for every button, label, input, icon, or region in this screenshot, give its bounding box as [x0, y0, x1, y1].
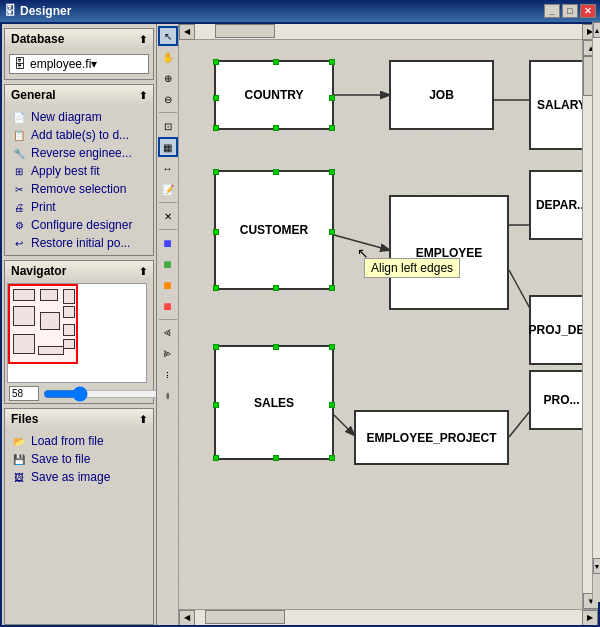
h-scroll-track2[interactable]	[195, 610, 582, 625]
table-salary-label: SALARY	[537, 98, 582, 112]
db-file: employee.fi▾	[30, 57, 97, 71]
general-collapse[interactable]: ⬆	[139, 90, 147, 101]
scroll-right2-btn[interactable]: ▶	[582, 610, 598, 626]
table-tool[interactable]: ▦	[158, 137, 178, 157]
canvas-main: ◀ ▶	[179, 24, 598, 625]
restore-initial-label: Restore initial po...	[31, 236, 130, 250]
scroll-left-btn[interactable]: ◀	[179, 24, 195, 40]
table-salary[interactable]: SALARY	[529, 60, 582, 150]
diagram-canvas[interactable]: COUNTRY JOB	[179, 40, 582, 609]
general-panel-header: General ⬆	[4, 84, 154, 105]
align-left-tool[interactable]: ⫷	[158, 323, 178, 343]
database-dropdown[interactable]: 🗄 employee.fi▾	[9, 54, 149, 74]
titlebar-left: 🗄 Designer	[4, 4, 71, 18]
print-label: Print	[31, 200, 56, 214]
reverse-engineer-icon: 🔧	[11, 146, 27, 160]
table-depar-label: DEPAR...	[536, 198, 582, 212]
general-label: General	[11, 88, 56, 102]
svg-line-1	[334, 235, 389, 250]
hand-tool[interactable]: ✋	[158, 47, 178, 67]
print-item[interactable]: 🖨 Print	[9, 198, 149, 216]
remove-selection-label: Remove selection	[31, 182, 126, 196]
apply-best-fit-icon: ⊞	[11, 164, 27, 178]
navigator-collapse[interactable]: ⬆	[139, 266, 147, 277]
h-scroll-thumb[interactable]	[215, 24, 275, 38]
table-employee[interactable]: EMPLOYEE	[389, 195, 509, 310]
align-top-tool[interactable]: ⫶	[158, 365, 178, 385]
content-area: ▲ ▼ Database ⬆ 🗄 employee.fi▾ General ⬆	[2, 24, 598, 625]
note-tool[interactable]: 📝	[158, 179, 178, 199]
files-collapse[interactable]: ⬆	[139, 414, 147, 425]
table-proj-dep-label: PROJ_DE...	[528, 323, 582, 337]
database-collapse[interactable]: ⬆	[139, 34, 147, 45]
apply-best-fit-label: Apply best fit	[31, 164, 100, 178]
save-as-image-icon: 🖼	[11, 470, 27, 484]
relation-tool[interactable]: ↔	[158, 158, 178, 178]
navigator-canvas[interactable]	[7, 283, 147, 383]
table-country[interactable]: COUNTRY	[214, 60, 334, 130]
fit-tool[interactable]: ⊡	[158, 116, 178, 136]
color4-tool[interactable]: ■	[158, 296, 178, 316]
canvas-and-vscroll: COUNTRY JOB	[179, 40, 598, 609]
minimize-button[interactable]: _	[544, 4, 560, 18]
reverse-engineer-item[interactable]: 🔧 Reverse enginee...	[9, 144, 149, 162]
h-scroll-thumb2[interactable]	[205, 610, 285, 624]
color3-tool[interactable]: ■	[158, 275, 178, 295]
configure-designer-item[interactable]: ⚙ Configure designer	[9, 216, 149, 234]
database-panel-header: Database ⬆	[4, 28, 154, 49]
save-as-image-item[interactable]: 🖼 Save as image	[9, 468, 149, 486]
table-proj-dep[interactable]: PROJ_DE...	[529, 295, 582, 365]
add-table-icon: 📋	[11, 128, 27, 142]
table-sales[interactable]: SALES	[214, 345, 334, 460]
configure-designer-icon: ⚙	[11, 218, 27, 232]
titlebar: 🗄 Designer _ □ ✕	[0, 0, 600, 22]
top-scrollbar[interactable]: ◀ ▶	[179, 24, 598, 40]
vertical-toolbar: ↖ ✋ ⊕ ⊖ ⊡ ▦ ↔ 📝 ✕ ■ ■ ■ ■ ⫷ ⫸ ⫶ ⫵	[157, 24, 179, 625]
zoom-slider[interactable]	[43, 388, 157, 400]
table-customer[interactable]: CUSTOMER	[214, 170, 334, 290]
toolbar-sep-2	[159, 202, 177, 203]
table-job-label: JOB	[429, 88, 454, 102]
table-country-label: COUNTRY	[245, 88, 304, 102]
h-scroll-track[interactable]	[195, 24, 582, 39]
save-to-file-item[interactable]: 💾 Save to file	[9, 450, 149, 468]
remove-selection-item[interactable]: ✂ Remove selection	[9, 180, 149, 198]
table-employee-project[interactable]: EMPLOYEE_PROJECT	[354, 410, 509, 465]
color2-tool[interactable]: ■	[158, 254, 178, 274]
close-button[interactable]: ✕	[580, 4, 596, 18]
save-to-file-icon: 💾	[11, 452, 27, 466]
toolbar-sep-4	[159, 319, 177, 320]
table-pro-label: PRO...	[543, 393, 579, 407]
bottom-scrollbar[interactable]: ◀ ▶	[179, 609, 598, 625]
zoom-bar: 58	[7, 386, 151, 401]
navigator-panel-header: Navigator ⬆	[4, 260, 154, 281]
table-pro[interactable]: PRO...	[529, 370, 582, 430]
new-diagram-icon: 📄	[11, 110, 27, 124]
align-right-tool[interactable]: ⫸	[158, 344, 178, 364]
sidebar: ▲ ▼ Database ⬆ 🗄 employee.fi▾ General ⬆	[2, 24, 157, 625]
print-icon: 🖨	[11, 200, 27, 214]
delete-tool[interactable]: ✕	[158, 206, 178, 226]
apply-best-fit-item[interactable]: ⊞ Apply best fit	[9, 162, 149, 180]
zoom-in-tool[interactable]: ⊕	[158, 68, 178, 88]
maximize-button[interactable]: □	[562, 4, 578, 18]
scroll-left2-btn[interactable]: ◀	[179, 610, 195, 626]
table-depar[interactable]: DEPAR...	[529, 170, 582, 240]
table-sales-label: SALES	[254, 396, 294, 410]
table-job[interactable]: JOB	[389, 60, 494, 130]
new-diagram-item[interactable]: 📄 New diagram	[9, 108, 149, 126]
zoom-out-tool[interactable]: ⊖	[158, 89, 178, 109]
titlebar-controls[interactable]: _ □ ✕	[544, 4, 596, 18]
reverse-engineer-label: Reverse enginee...	[31, 146, 132, 160]
remove-selection-icon: ✂	[11, 182, 27, 196]
load-from-file-item[interactable]: 📂 Load from file	[9, 432, 149, 450]
select-tool[interactable]: ↖	[158, 26, 178, 46]
restore-initial-item[interactable]: ↩ Restore initial po...	[9, 234, 149, 252]
color1-tool[interactable]: ■	[158, 233, 178, 253]
add-table-item[interactable]: 📋 Add table(s) to d...	[9, 126, 149, 144]
tooltip-text: Align left edges	[371, 261, 453, 275]
toolbar-sep-3	[159, 229, 177, 230]
zoom-input[interactable]: 58	[9, 386, 39, 401]
files-panel-body: 📂 Load from file 💾 Save to file 🖼 Save a…	[4, 429, 154, 625]
align-bottom-tool[interactable]: ⫵	[158, 386, 178, 406]
